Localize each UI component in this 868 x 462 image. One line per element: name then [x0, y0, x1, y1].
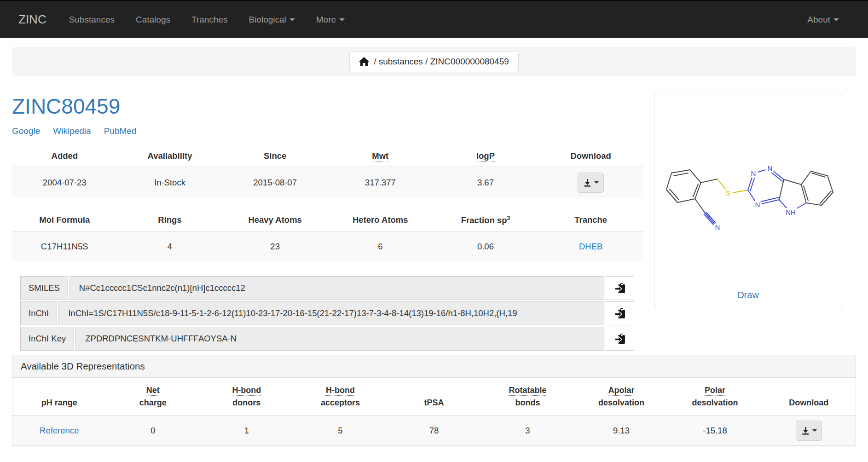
hbond-donors-abbr[interactable]: H-bond [203, 384, 291, 397]
rotatable-bonds-abbr[interactable]: Rotatable [484, 384, 572, 397]
abbr-line2: desolvation [671, 397, 759, 409]
inchi-row: InChI InChI=1S/C17H11N5S/c18-9-11-5-1-2-… [20, 301, 634, 325]
col-rings: Rings [117, 210, 223, 231]
google-link[interactable]: Google [12, 126, 40, 136]
hbond-donors-value: 1 [200, 416, 294, 446]
availability-value: In-Stock [117, 167, 223, 198]
nav-label: Catalogs [136, 1, 170, 38]
col-added: Added [12, 146, 117, 167]
top-navbar: ZINC Substances Catalogs Tranches Biolog… [0, 0, 868, 38]
hbond-acceptors-value: 5 [294, 416, 388, 446]
nav-label: About [807, 1, 830, 38]
smiles-value[interactable]: N#Cc1ccccc1CSc1nnc2c(n1)[nH]c1ccccc12 [69, 276, 604, 300]
col-ph-range: pH range [12, 378, 106, 416]
rings-value: 4 [117, 231, 223, 262]
representations-panel: Available 3D Representations pH range Ne… [12, 355, 856, 446]
added-value: 2004-07-23 [12, 167, 117, 198]
breadcrumb-bar: / substances / ZINC000000080459 [12, 47, 856, 76]
representations-value-row: Reference 0 1 5 78 3 9.13 -15.18 [12, 416, 856, 446]
pubmed-link[interactable]: PubMed [104, 126, 137, 136]
summary-header-row: Added Availability Since Mwt logP Downlo… [12, 146, 643, 167]
caret-down-icon [594, 181, 599, 184]
col-tpsa: tPSA [387, 378, 481, 416]
mol-formula-value: C17H11N5S [12, 231, 117, 262]
logp-value: 3.67 [433, 167, 538, 198]
inchi-value[interactable]: InChI=1S/C17H11N5S/c18-9-11-5-1-2-6-12(1… [58, 301, 604, 325]
rep-download-cell [762, 416, 856, 446]
mwt-abbr[interactable]: Mwt [372, 151, 388, 161]
atom-label-n: N [715, 223, 720, 231]
download-button[interactable] [578, 173, 604, 193]
col-availability: Availability [117, 146, 223, 167]
download-icon [801, 426, 810, 435]
ph-range-abbr[interactable]: pH range [15, 397, 104, 409]
col-rep-download: Download [762, 378, 856, 416]
tpsa-abbr[interactable]: tPSA [390, 397, 478, 409]
download-abbr[interactable]: Download [764, 397, 853, 409]
smiles-copy-button[interactable] [606, 276, 634, 300]
col-download: Download [538, 146, 643, 167]
representations-title: Available 3D Representations [12, 355, 856, 378]
brand-logo[interactable]: ZINC [0, 1, 58, 38]
col-mol-formula: Mol Formula [12, 210, 117, 231]
polar-desolvation-value: -15.18 [668, 416, 762, 446]
download-cell [538, 167, 643, 198]
atom-label-s: S [726, 189, 730, 197]
representations-table: pH range Netcharge H-bonddonors H-bondac… [12, 378, 856, 446]
smiles-label: SMILES [20, 276, 68, 300]
reference-link[interactable]: Reference [40, 426, 79, 435]
breadcrumb-path[interactable]: / substances / ZINC000000080459 [374, 57, 509, 67]
nav-label: More [316, 1, 336, 38]
hetero-atoms-value: 6 [328, 231, 433, 262]
col-heavy-atoms: Heavy Atoms [222, 210, 328, 231]
atom-label-n: N [755, 201, 760, 208]
net-charge-abbr[interactable]: Net [109, 384, 197, 397]
col-apolar-desolvation: Apolardesolvation [574, 378, 668, 416]
nav-label: Substances [69, 1, 115, 38]
mwt-value: 317.377 [328, 167, 433, 198]
logp-abbr[interactable]: logP [476, 151, 495, 161]
caret-down-icon [339, 18, 345, 21]
col-rotatable-bonds: Rotatablebonds [481, 378, 575, 416]
draw-link[interactable]: Draw [654, 290, 842, 300]
inchikey-copy-button[interactable] [606, 327, 634, 351]
nav-item-about[interactable]: About [797, 1, 850, 38]
smiles-row: SMILES N#Cc1ccccc1CSc1nnc2c(n1)[nH]c1ccc… [20, 276, 634, 300]
apolar-desolvation-abbr[interactable]: Apolar [577, 384, 665, 397]
rep-download-button[interactable] [796, 421, 822, 441]
nav-item-substances[interactable]: Substances [58, 1, 125, 38]
tpsa-value: 78 [387, 416, 481, 446]
nav-item-tranches[interactable]: Tranches [181, 1, 238, 38]
home-icon[interactable] [359, 57, 369, 66]
polar-desolvation-abbr[interactable]: Polar [671, 384, 759, 397]
col-hetero-atoms: Hetero Atoms [328, 210, 433, 231]
hbond-acceptors-abbr[interactable]: H-bond [296, 384, 385, 397]
clipboard-paste-icon [614, 307, 625, 319]
nav-item-catalogs[interactable]: Catalogs [125, 1, 181, 38]
col-polar-desolvation: Polardesolvation [668, 378, 762, 416]
inchi-copy-button[interactable] [606, 301, 634, 325]
fraction-sp-label: Fraction sp [461, 215, 507, 225]
inchikey-label: InChI Key [20, 327, 74, 351]
nav-item-more[interactable]: More [306, 1, 355, 38]
inchikey-value[interactable]: ZPDRDPNCESNTKM-UHFFFAOYSA-N [75, 327, 604, 351]
representations-header-row: pH range Netcharge H-bonddonors H-bondac… [12, 378, 856, 416]
caret-down-icon [812, 429, 817, 432]
wikipedia-link[interactable]: Wikipedia [53, 126, 91, 136]
abbr-line2: acceptors [296, 397, 385, 409]
col-mwt: Mwt [328, 146, 433, 167]
structure-value-row: C17H11N5S 4 23 6 0.06 DHEB [12, 231, 643, 262]
rotatable-bonds-value: 3 [481, 416, 575, 446]
col-since: Since [222, 146, 328, 167]
nav-item-biological[interactable]: Biological [238, 1, 305, 38]
tranche-cell: DHEB [538, 231, 643, 262]
molecule-card: N N N NH S N Draw [654, 94, 842, 308]
col-fraction-sp3: Fraction sp3 [433, 210, 538, 231]
net-charge-value: 0 [106, 416, 200, 446]
col-tranche: Tranche [538, 210, 643, 231]
fraction-sp-sup: 3 [507, 215, 510, 221]
tranche-link[interactable]: DHEB [579, 242, 602, 251]
since-value: 2015-08-07 [222, 167, 328, 198]
abbr-line2: donors [203, 397, 291, 409]
col-hbond-donors: H-bonddonors [200, 378, 294, 416]
